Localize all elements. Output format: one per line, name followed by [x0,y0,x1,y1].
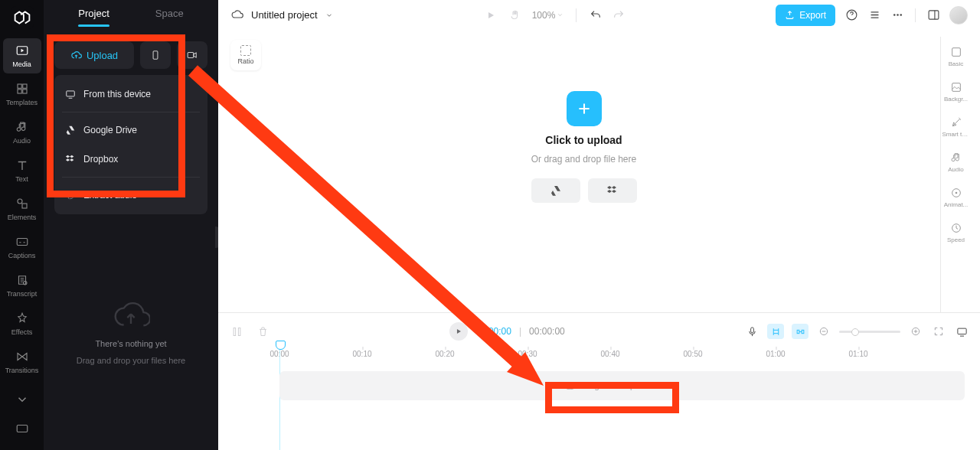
rail-audio[interactable]: Audio [3,115,41,150]
prop-backgr[interactable]: Backgr... [942,81,970,103]
prop-speed[interactable]: Speed [942,222,970,243]
canvas-preview[interactable]: Ratio Click to upload Or drag and drop f… [227,37,940,312]
rail-templates[interactable]: Templates [3,77,41,112]
svg-rect-2 [18,84,21,88]
monitor-timeline-icon[interactable] [954,324,969,339]
prop-smarttools[interactable]: Smart tools [942,116,970,138]
user-avatar[interactable] [949,6,968,24]
top-bar: Untitled project 100% Export [218,0,980,31]
save-cloud-icon[interactable] [230,8,243,21]
rail-label: Transcript [7,290,38,298]
preview-play-icon[interactable] [483,8,498,23]
google-drive-icon [65,125,76,135]
hand-tool-icon[interactable] [508,8,523,23]
svg-rect-25 [234,328,236,335]
svg-rect-0 [11,6,34,29]
svg-rect-29 [802,330,804,333]
svg-rect-19 [929,11,939,19]
magnet-toggle[interactable] [792,324,808,339]
svg-rect-26 [238,328,240,335]
rail-transcript[interactable]: Transcript [3,268,41,303]
menu-item-label: From this device [83,89,151,99]
help-icon[interactable] [844,8,858,22]
redo-icon[interactable] [612,8,626,22]
prop-basic[interactable]: Basic [942,46,970,67]
svg-rect-28 [797,330,799,333]
upload-tile[interactable] [567,91,602,126]
upload-dropbox-button[interactable] [588,178,637,203]
import-device-button[interactable] [140,41,171,69]
mic-icon[interactable] [744,324,760,339]
cloud-empty-icon [112,299,150,331]
empty-text-1: There's nothing yet [95,339,166,348]
prop-label: Backgr... [942,96,970,103]
rail-label: Audio [13,137,31,145]
rail-transitions[interactable]: Transitions [3,344,41,380]
upload-gdrive-button[interactable] [531,178,580,203]
rail-captions[interactable]: Captions [3,230,41,265]
snap-toggle[interactable] [767,324,784,339]
rail-more[interactable] [3,386,41,413]
tab-project[interactable]: Project [78,8,109,24]
menu-from-device[interactable]: From this device [54,80,207,109]
svg-rect-7 [22,204,27,208]
tab-space[interactable]: Space [155,8,184,24]
zoom-indicator[interactable]: 100% [532,10,564,21]
delete-icon[interactable] [255,324,270,339]
undo-icon[interactable] [589,8,603,22]
layout-panel-icon[interactable] [926,8,940,22]
svg-rect-27 [750,327,753,332]
menu-dropbox[interactable]: Dropbox [54,145,207,174]
timeline-tracks[interactable]: 00:0000:1000:2000:3000:4000:5001:0001:10… [229,342,969,439]
dropbox-icon [606,184,619,197]
svg-rect-21 [952,83,960,92]
zoom-in-icon[interactable] [908,324,923,339]
google-drive-icon [550,184,562,197]
rail-brand-icon[interactable] [3,416,41,441]
svg-point-18 [900,14,902,16]
prop-audio[interactable]: Audio [942,152,970,173]
timeline-drop-zone[interactable]: Drag and drop media here [279,371,965,400]
menu-extract-audio[interactable]: Extract audio [54,181,207,210]
film-icon [565,381,575,391]
rail-effects[interactable]: Effects [3,306,41,341]
ratio-icon [240,45,251,56]
zoom-slider[interactable] [839,331,900,333]
cloud-upload-icon [70,50,82,61]
extract-audio-icon [65,190,76,201]
ratio-button[interactable]: Ratio [230,40,261,70]
timeline-play-button[interactable] [449,322,468,341]
export-button[interactable]: Export [776,5,835,26]
svg-rect-4 [18,90,21,93]
ruler-tick: 00:30 [518,350,537,358]
upload-label: Upload [87,50,118,61]
record-button[interactable] [177,41,207,69]
svg-rect-20 [952,48,960,57]
upload-button[interactable]: Upload [54,41,134,69]
fit-icon[interactable] [931,324,946,339]
chevron-down-icon[interactable] [325,11,333,19]
menu-google-drive[interactable]: Google Drive [54,116,207,145]
svg-rect-8 [17,239,28,246]
prop-label: Speed [942,236,970,243]
ruler-tick: 00:10 [352,350,371,358]
split-icon[interactable] [229,324,244,339]
zoom-out-icon[interactable] [816,324,831,339]
project-title[interactable]: Untitled project [251,9,318,21]
rail-media[interactable]: Media [3,38,41,73]
svg-rect-5 [22,90,26,93]
dropbox-icon [65,154,76,165]
zoom-knob[interactable] [851,328,859,336]
app-logo[interactable] [11,6,34,29]
rail-text[interactable]: Text [3,153,41,188]
export-label: Export [799,10,826,21]
svg-point-23 [955,192,957,194]
prop-label: Basic [942,60,970,67]
more-icon[interactable] [890,8,904,22]
timeline-ruler[interactable]: 00:0000:1000:2000:3000:4000:5001:0001:10 [229,347,969,364]
rail-elements[interactable]: Elements [3,191,41,227]
rail-label: Elements [8,214,37,221]
list-icon[interactable] [867,8,881,22]
prop-animat[interactable]: Animat... [942,187,970,208]
empty-text-2: Drag and drop your files here [77,356,185,365]
